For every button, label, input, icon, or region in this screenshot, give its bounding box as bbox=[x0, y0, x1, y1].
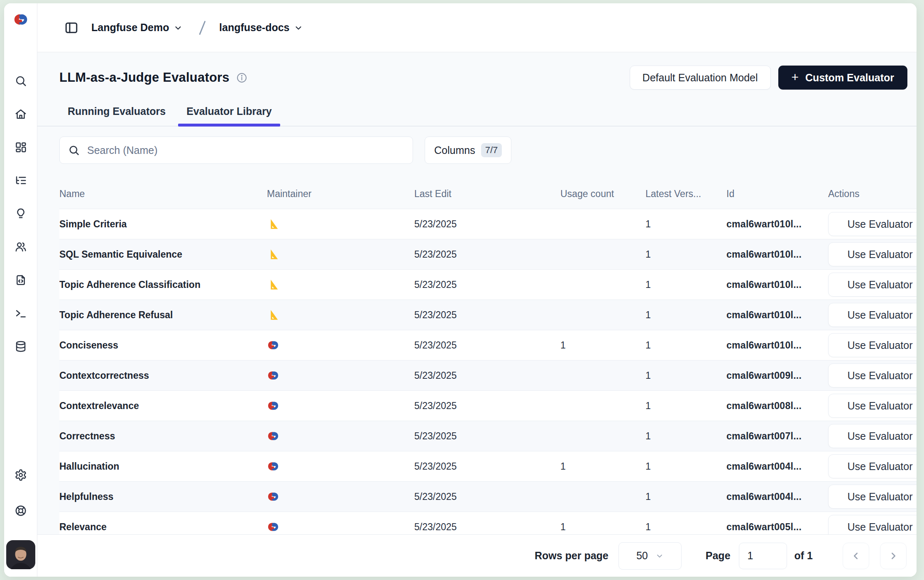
table-row[interactable]: Conciseness 5/23/2025 1 1 cmal6wart010l.… bbox=[59, 330, 917, 361]
evaluator-id: cmal6wart010l... bbox=[726, 300, 828, 330]
sidebar-toggle-icon[interactable] bbox=[64, 20, 79, 35]
datasets-database-icon[interactable] bbox=[15, 340, 27, 353]
use-evaluator-button[interactable]: Use Evaluator bbox=[828, 303, 917, 327]
last-edit-date: 5/23/2025 bbox=[414, 300, 560, 330]
evaluator-id: cmal6wart010l... bbox=[726, 270, 828, 300]
evaluator-name: Relevance bbox=[59, 512, 267, 535]
last-edit-date: 5/23/2025 bbox=[414, 209, 560, 239]
search-input[interactable] bbox=[86, 144, 404, 157]
info-icon[interactable] bbox=[236, 72, 247, 83]
evaluator-name: Topic Adherence Classification bbox=[59, 270, 267, 300]
evaluator-id: cmal6wart010l... bbox=[726, 209, 828, 239]
column-header-usage-count: Usage count bbox=[560, 179, 645, 209]
sidebar-nav bbox=[15, 75, 27, 353]
evaluator-table-wrap: NameMaintainerLast EditUsage countLatest… bbox=[37, 179, 917, 534]
columns-button[interactable]: Columns 7/7 bbox=[425, 136, 511, 164]
evaluator-id: cmal6wart010l... bbox=[726, 239, 828, 270]
evaluator-name: Contextrelevance bbox=[59, 391, 267, 421]
page-label: Page bbox=[706, 550, 731, 562]
use-evaluator-button[interactable]: Use Evaluator bbox=[828, 242, 917, 266]
page-number-input[interactable] bbox=[739, 543, 787, 569]
prompts-file-code-icon[interactable] bbox=[15, 274, 27, 286]
page-header: LLM-as-a-Judge Evaluators Default Evalua… bbox=[37, 66, 917, 90]
tab-bar: Running EvaluatorsEvaluator Library bbox=[37, 102, 917, 127]
langfuse-knot-icon bbox=[267, 430, 279, 442]
table-row[interactable]: Relevance 5/23/2025 1 1 cmal6wart005l...… bbox=[59, 512, 917, 535]
tab-running-evaluators[interactable]: Running Evaluators bbox=[59, 102, 174, 126]
custom-evaluator-button[interactable]: + Custom Evaluator bbox=[778, 66, 907, 90]
evaluator-id: cmal6wart009l... bbox=[726, 361, 828, 391]
tracing-tree-icon[interactable] bbox=[15, 174, 27, 187]
use-evaluator-button[interactable]: Use Evaluator bbox=[828, 424, 917, 448]
org-selector[interactable]: Langfuse Demo bbox=[91, 22, 183, 34]
users-icon[interactable] bbox=[15, 241, 27, 253]
table-row[interactable]: Helpfulness 5/23/2025 1 cmal6wart004l...… bbox=[59, 482, 917, 512]
table-row[interactable]: Contextrelevance 5/23/2025 1 cmal6wart00… bbox=[59, 391, 917, 421]
use-evaluator-button[interactable]: Use Evaluator bbox=[828, 515, 917, 534]
usage-count bbox=[560, 239, 645, 270]
table-row[interactable]: Contextcorrectness 5/23/2025 1 cmal6wart… bbox=[59, 361, 917, 391]
evaluator-id: cmal6wart007l... bbox=[726, 421, 828, 451]
search-icon[interactable] bbox=[15, 75, 27, 87]
page-title: LLM-as-a-Judge Evaluators bbox=[59, 70, 230, 85]
latest-version: 1 bbox=[645, 270, 726, 300]
project-selector[interactable]: langfuse-docs bbox=[219, 22, 303, 34]
home-icon[interactable] bbox=[15, 108, 27, 120]
table-body: Simple Criteria 5/23/2025 1 cmal6wart010… bbox=[59, 209, 917, 535]
table-row[interactable]: Topic Adherence Classification 5/23/2025… bbox=[59, 270, 917, 300]
next-page-button[interactable] bbox=[880, 543, 907, 569]
use-evaluator-button[interactable]: Use Evaluator bbox=[828, 363, 917, 387]
previous-page-button[interactable] bbox=[843, 543, 869, 569]
playground-terminal-icon[interactable] bbox=[15, 307, 27, 319]
langfuse-logo-icon[interactable] bbox=[13, 12, 29, 27]
table-toolbar: Columns 7/7 bbox=[37, 136, 917, 164]
column-header-maintainer: Maintainer bbox=[267, 179, 414, 209]
chevron-down-icon bbox=[655, 552, 664, 560]
use-evaluator-button[interactable]: Use Evaluator bbox=[828, 454, 917, 478]
evaluator-name: Conciseness bbox=[59, 330, 267, 361]
usage-count bbox=[560, 270, 645, 300]
evaluator-name: Topic Adherence Refusal bbox=[59, 300, 267, 330]
table-row[interactable]: Topic Adherence Refusal 5/23/2025 1 cmal… bbox=[59, 300, 917, 330]
latest-version: 1 bbox=[645, 209, 726, 239]
usage-count: 1 bbox=[560, 330, 645, 361]
langfuse-knot-icon bbox=[267, 339, 279, 351]
chevron-down-icon bbox=[174, 23, 183, 32]
evaluation-lightbulb-icon[interactable] bbox=[15, 207, 27, 220]
langfuse-knot-icon bbox=[267, 460, 279, 473]
usage-count bbox=[560, 361, 645, 391]
table-row[interactable]: Hallucination 5/23/2025 1 1 cmal6wart004… bbox=[59, 451, 917, 482]
topbar: Langfuse Demo langfuse-docs bbox=[37, 3, 917, 52]
rows-per-page-select[interactable]: 50 bbox=[618, 542, 682, 570]
chevron-down-icon bbox=[294, 23, 303, 32]
table-row[interactable]: Simple Criteria 5/23/2025 1 cmal6wart010… bbox=[59, 209, 917, 239]
chevron-left-icon bbox=[851, 551, 861, 561]
search-icon bbox=[68, 144, 80, 156]
user-avatar[interactable] bbox=[6, 540, 35, 569]
use-evaluator-button[interactable]: Use Evaluator bbox=[828, 485, 917, 509]
plus-icon: + bbox=[792, 71, 799, 83]
last-edit-date: 5/23/2025 bbox=[414, 391, 560, 421]
latest-version: 1 bbox=[645, 361, 726, 391]
use-evaluator-button[interactable]: Use Evaluator bbox=[828, 212, 917, 236]
project-name: langfuse-docs bbox=[219, 22, 289, 34]
use-evaluator-button[interactable]: Use Evaluator bbox=[828, 394, 917, 418]
table-row[interactable]: Correctness 5/23/2025 1 cmal6wart007l...… bbox=[59, 421, 917, 451]
use-evaluator-button[interactable]: Use Evaluator bbox=[828, 333, 917, 357]
evaluator-id: cmal6wart004l... bbox=[726, 451, 828, 482]
settings-gear-icon[interactable] bbox=[15, 469, 27, 481]
latest-version: 1 bbox=[645, 451, 726, 482]
last-edit-date: 5/23/2025 bbox=[414, 512, 560, 535]
latest-version: 1 bbox=[645, 512, 726, 535]
tab-evaluator-library[interactable]: Evaluator Library bbox=[178, 102, 280, 126]
dashboard-icon[interactable] bbox=[15, 141, 27, 154]
table-row[interactable]: SQL Semantic Equivalence 5/23/2025 1 cma… bbox=[59, 239, 917, 270]
support-lifebuoy-icon[interactable] bbox=[15, 504, 27, 517]
latest-version: 1 bbox=[645, 239, 726, 270]
latest-version: 1 bbox=[645, 482, 726, 512]
rows-per-page-label: Rows per page bbox=[535, 550, 609, 562]
use-evaluator-button[interactable]: Use Evaluator bbox=[828, 273, 917, 297]
evaluator-id: cmal6wart010l... bbox=[726, 330, 828, 361]
usage-count bbox=[560, 391, 645, 421]
default-evaluation-model-button[interactable]: Default Evaluation Model bbox=[630, 66, 771, 90]
